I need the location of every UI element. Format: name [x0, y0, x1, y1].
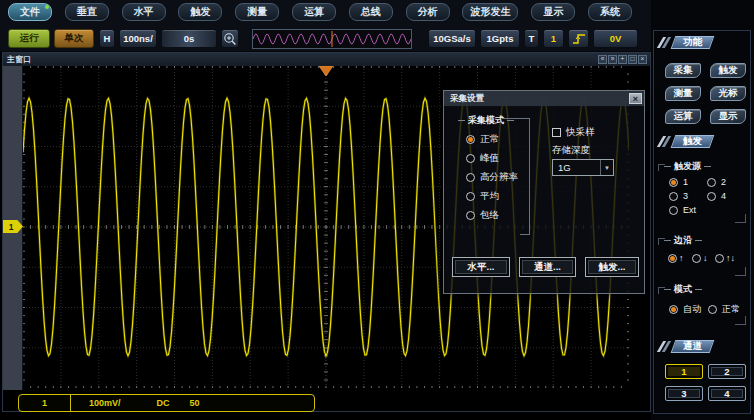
mode-option-normal[interactable]: 正常 [708, 303, 740, 316]
mode-option-hires[interactable]: 高分辨率 [466, 171, 518, 184]
horizontal-settings-button[interactable]: 水平... [452, 257, 510, 277]
window-title: 主窗口 [7, 54, 31, 65]
source-option-1[interactable]: 1 [669, 177, 688, 187]
menu-analysis-label: 分析 [418, 5, 438, 19]
radio-icon[interactable] [708, 305, 717, 314]
radio-icon[interactable] [669, 192, 678, 201]
radio-icon[interactable] [466, 211, 475, 220]
rising-edge-icon[interactable] [568, 29, 589, 48]
mode-option-peak[interactable]: 峰值 [466, 152, 499, 165]
chevron-down-icon: ▼ [600, 160, 613, 175]
menu-analysis[interactable]: 分析 [406, 3, 450, 21]
radio-icon[interactable] [466, 192, 475, 201]
mode-option-auto[interactable]: 自动 [669, 303, 701, 316]
radio-icon[interactable] [466, 135, 475, 144]
pan-left-icon[interactable]: « [598, 55, 607, 64]
single-button[interactable]: 单次 [54, 29, 94, 48]
group-bracket [735, 316, 746, 325]
mode-peak-label: 峰值 [480, 152, 499, 165]
zoom-window-icon[interactable]: + [618, 55, 627, 64]
menu-display-label: 显示 [543, 5, 563, 19]
radio-icon[interactable] [715, 254, 724, 263]
run-button[interactable]: 运行 [8, 29, 50, 48]
edge-group: 边沿 ↑ ↓ ↑↓ [658, 234, 746, 276]
group-bracket [735, 267, 746, 276]
close-window-icon[interactable]: × [638, 55, 647, 64]
mode-option-normal[interactable]: 正常 [466, 133, 499, 146]
channel-2-button[interactable]: 2 [708, 364, 746, 379]
menu-measure-label: 测量 [247, 5, 267, 19]
horizontal-offset-button[interactable]: 0s [161, 29, 217, 48]
mode-hires-label: 高分辨率 [480, 171, 518, 184]
close-icon[interactable]: × [629, 93, 642, 104]
source-option-4[interactable]: 4 [707, 191, 726, 201]
checkbox-icon[interactable] [552, 128, 561, 137]
trigger-source-button[interactable]: 1 [543, 29, 564, 48]
radio-icon[interactable] [707, 192, 716, 201]
trigger-settings-button[interactable]: 触发... [585, 257, 639, 277]
edge-label: 边沿 [664, 234, 746, 247]
channel-4-button[interactable]: 4 [708, 386, 746, 401]
fast-sample-option[interactable]: 快采样 [552, 126, 595, 139]
edge-option-either[interactable]: ↑↓ [715, 253, 735, 263]
menu-system[interactable]: 系统 [588, 3, 632, 21]
channel-3-button[interactable]: 3 [665, 386, 703, 401]
radio-icon[interactable] [669, 206, 678, 215]
mode-option-average[interactable]: 平均 [466, 190, 499, 203]
memory-depth-readout: 1Gpts [480, 29, 520, 48]
radio-icon[interactable] [669, 178, 678, 187]
menu-bus[interactable]: 总线 [349, 3, 393, 21]
memory-depth-dropdown[interactable]: 1G ▼ [552, 159, 614, 176]
source-option-2[interactable]: 2 [707, 177, 726, 187]
radio-icon[interactable] [466, 173, 475, 182]
toolbar: 运行 单次 H 100ns/ 0s 10GSa/s 1Gpts T 1 0V [0, 25, 651, 52]
channel-header: 通道 [660, 340, 712, 353]
zoom-in-icon[interactable] [221, 29, 239, 48]
sidebar-cursor-button[interactable]: 光标 [710, 86, 746, 101]
radio-icon[interactable] [466, 154, 475, 163]
horizontal-button[interactable]: H [99, 29, 115, 48]
edge-option-rising[interactable]: ↑ [668, 253, 684, 263]
edge-option-falling[interactable]: ↓ [692, 253, 708, 263]
function-header: 功能 [660, 36, 712, 49]
source-option-ext[interactable]: Ext [669, 205, 696, 215]
radio-icon[interactable] [668, 254, 677, 263]
badge-coupling: DC [157, 398, 170, 408]
radio-icon[interactable] [669, 305, 678, 314]
pan-right-icon[interactable]: » [608, 55, 617, 64]
menu-measure[interactable]: 测量 [235, 3, 279, 21]
channel-1-button[interactable]: 1 [665, 364, 703, 379]
menu-bar: 文件 垂直 水平 触发 测量 运算 总线 分析 波形发生 显示 系统 已触发 1… [0, 0, 754, 25]
radio-icon[interactable] [707, 178, 716, 187]
dialog-title: 采集设置 [450, 93, 484, 105]
preview-waveform-icon [253, 30, 411, 48]
mode-option-envelope[interactable]: 包络 [466, 209, 499, 222]
radio-icon[interactable] [692, 254, 701, 263]
channel1-badge[interactable]: 1 100mV/ DC 50 [18, 394, 315, 412]
menu-horizontal[interactable]: 水平 [122, 3, 166, 21]
menu-file[interactable]: 文件 [8, 3, 52, 21]
badge-impedance: 50 [190, 398, 200, 408]
maximize-icon[interactable]: □ [628, 55, 637, 64]
menu-items: 文件 垂直 水平 触发 测量 运算 总线 分析 波形发生 显示 系统 [8, 3, 632, 22]
menu-display[interactable]: 显示 [531, 3, 575, 21]
waveform-preview[interactable] [252, 29, 412, 49]
timebase-button[interactable]: 100ns/ [119, 29, 157, 48]
sidebar-trigger-button[interactable]: 触发 [710, 63, 746, 78]
sidebar-math-button[interactable]: 运算 [665, 109, 701, 124]
menu-math-label: 运算 [304, 5, 324, 19]
menu-wavegen[interactable]: 波形发生 [462, 3, 518, 21]
mode-envelope-label: 包络 [480, 209, 499, 222]
status-dot-icon [45, 5, 49, 9]
source-option-3[interactable]: 3 [669, 191, 688, 201]
menu-trigger[interactable]: 触发 [178, 3, 222, 21]
sidebar-measure-button[interactable]: 测量 [665, 86, 701, 101]
trigger-level-button[interactable]: 0V [593, 29, 638, 48]
dialog-title-bar[interactable]: 采集设置 [444, 91, 644, 106]
group-bracket [735, 214, 746, 223]
channel-settings-button[interactable]: 通道... [519, 257, 576, 277]
sidebar-display-button[interactable]: 显示 [710, 109, 746, 124]
menu-vertical[interactable]: 垂直 [65, 3, 109, 21]
sidebar-acquire-button[interactable]: 采集 [665, 63, 701, 78]
menu-math[interactable]: 运算 [292, 3, 336, 21]
